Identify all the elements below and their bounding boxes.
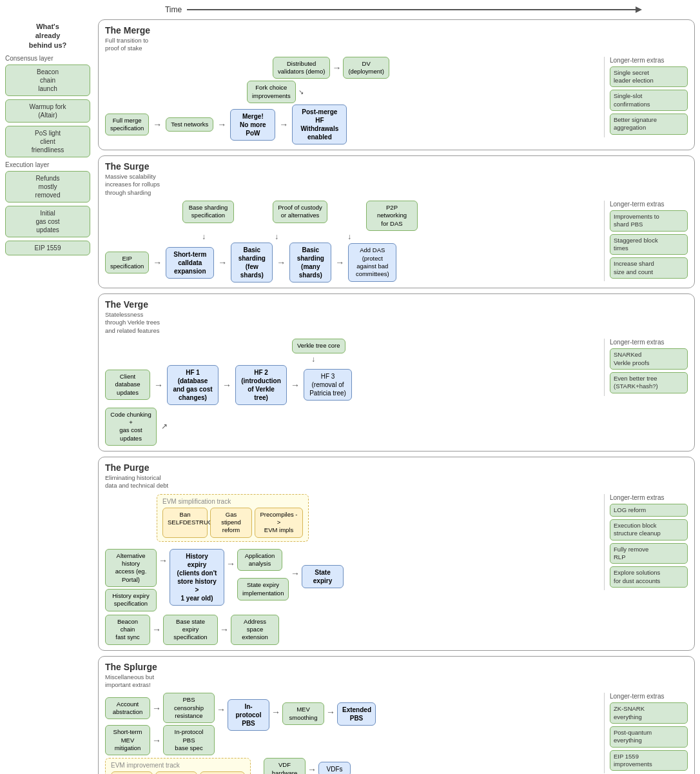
verge-code-chunking: Code chunking +gas cost updates: [105, 408, 157, 446]
splurge-extras: Longer-term extras ZK-SNARKeverything Po…: [604, 693, 688, 773]
surge-extra-3: Increase shardsize and count: [610, 257, 688, 279]
surge-extra-2: Staggered blocktimes: [610, 234, 688, 255]
splurge-pbs-censorship: PBS censorshipresistance: [163, 693, 215, 723]
surge-extras: Longer-term extras Improvements toshard …: [604, 201, 688, 281]
surge-extra-1: Improvements toshard PBS: [610, 210, 688, 232]
splurge-subtitle: Miscellaneous butimportant extras!: [105, 673, 208, 690]
sarr3: →: [277, 258, 286, 267]
merge-extra-3: Better signatureaggregation: [610, 114, 688, 135]
splurge-account-abstraction: Accountabstraction: [105, 697, 150, 720]
purge-history-expiry-spec: History expiryspecification: [105, 589, 157, 611]
consensus-layer-label: Consensus layer: [5, 55, 90, 62]
merge-fork-choice: Fork choiceimprovements: [247, 81, 296, 103]
verge-subtitle: Statelessnessthrough Verkle treesand rel…: [105, 311, 208, 335]
sidebar-eip1559: EIP 1559: [5, 241, 90, 255]
merge-merge: Merge!No morePoW: [230, 109, 275, 141]
purge-extra-4: Explore solutionsfor dust accounts: [610, 566, 688, 588]
splurge-in-protocol-pbs: In-protocolPBS: [228, 699, 269, 731]
splurge-mev-mitigation: Short-term MEVmitigation: [105, 725, 150, 755]
surge-extras-title: Longer-term extras: [610, 201, 688, 208]
surge-section: The Surge Massive scalabilityincreases f…: [98, 155, 695, 288]
verge-section: The Verge Statelessnessthrough Verkle tr…: [98, 293, 695, 452]
surge-basic-many: Basicsharding(manyshards): [289, 243, 331, 283]
splurge-title: The Splurge: [105, 662, 688, 672]
sidebar-pos-light: PoS lightclientfriendliness: [5, 126, 90, 157]
merge-post-merge: Post-mergeHFWithdrawalsenabled: [292, 104, 347, 144]
purge-state-expiry: State expiry: [302, 565, 344, 588]
merge-subtitle: Full transition toproof of stake: [105, 37, 208, 53]
verge-extra-2: Even better tree(STARK+hash?): [610, 372, 688, 393]
splurge-vdfs: VDFs: [318, 762, 351, 774]
splurge-evm-track: EVM improvement track EVM objectformat E…: [105, 758, 251, 774]
merge-extra-2: Single-slotconfirmations: [610, 90, 688, 111]
surge-title: The Surge: [105, 161, 688, 172]
arr2: →: [153, 120, 162, 129]
splurge-further-evm: Further EVMimprovements: [200, 771, 245, 774]
purge-extra-1: LOG reform: [610, 504, 688, 517]
merge-dv-deployment: DV(deployment): [343, 57, 389, 79]
merge-dist-validators: Distributedvalidators (demo): [273, 57, 330, 79]
splurge-mev-smoothing: MEV smoothing: [282, 702, 324, 725]
purge-base-state-spec: Base state expiryspecification: [163, 615, 218, 645]
purge-state-expiry-impl: State expiryimplementation: [237, 578, 289, 600]
verge-extras-title: Longer-term extras: [610, 339, 688, 346]
sarr4: →: [335, 258, 344, 267]
splurge-extra-2: Post-quantumeverything: [610, 726, 688, 748]
purge-alt-history: Alternative historyaccess (eg. Portal): [105, 549, 157, 587]
splurge-vdf-hardware: VDF hardware: [264, 758, 306, 774]
verge-hf2: HF 2(introductionof Verkletree): [235, 365, 287, 405]
purge-title: The Purge: [105, 462, 688, 473]
purge-beacon-fast-sync: Beacon chainfast sync: [105, 615, 150, 645]
varr2: →: [222, 381, 231, 390]
merge-extra-1: Single secretleader election: [610, 66, 688, 88]
splurge-extended-pbs: ExtendedPBS: [337, 702, 376, 726]
purge-app-analysis: Applicationanalysis: [237, 549, 282, 571]
surge-add-das: Add DAS(protectagainst badcommittees): [348, 243, 396, 281]
main-area: The Merge Full transition toproof of sta…: [95, 17, 700, 774]
verge-hf1: HF 1(databaseand gas costchanges): [167, 365, 219, 405]
purge-evm-track: EVM simplification track BanSELFDESTRUCT…: [157, 494, 309, 542]
merge-title: The Merge: [105, 25, 688, 35]
arr4: →: [279, 120, 288, 129]
surge-calldata: Short-termcalldataexpansion: [166, 247, 214, 279]
arrow1: →: [332, 63, 341, 72]
surge-base-sharding-spec: Base shardingspecification: [182, 201, 234, 223]
time-header: Time: [0, 0, 700, 17]
surge-subtitle: Massive scalabilityincreases for rollups…: [105, 173, 208, 197]
splurge-extra-3: EIP 1559improvements: [610, 750, 688, 771]
execution-layer-label: Execution layer: [5, 161, 90, 168]
purge-history-expiry: Historyexpiry(clients don'tstore history…: [170, 549, 224, 606]
purge-section: The Purge Eliminating historicaldata and…: [98, 457, 695, 651]
verge-extras: Longer-term extras SNARKedVerkle proofs …: [604, 339, 688, 395]
splurge-evm-track-title: EVM improvement track: [111, 762, 245, 769]
purge-subtitle: Eliminating historicaldata and technical…: [105, 474, 208, 490]
sarr2: →: [218, 258, 227, 267]
purge-evm-track-title: EVM simplification track: [162, 498, 303, 505]
splurge-evm-object: EVM objectformat: [111, 771, 153, 774]
splurge-extras-title: Longer-term extras: [610, 693, 688, 700]
merge-full-spec: Full mergespecification: [105, 114, 149, 136]
verge-extra-1: SNARKedVerkle proofs: [610, 348, 688, 370]
purge-precompiles: Precompiles ->EVM impls: [255, 508, 303, 538]
splurge-evm-bigint: EVM bigintarithmetic: [155, 771, 197, 774]
sidebar: What'salreadybehind us? Consensus layer …: [0, 17, 95, 774]
splurge-section: The Splurge Miscellaneous butimportant e…: [98, 656, 695, 774]
purge-extra-2: Execution blockstructure cleanup: [610, 519, 688, 541]
time-arrow: [187, 9, 638, 10]
varr3: →: [291, 381, 300, 390]
merge-extras-title: Longer-term extras: [610, 57, 688, 64]
time-label: Time: [165, 5, 182, 14]
purge-gas-stipend: Gas stipendreform: [210, 508, 252, 538]
merge-section: The Merge Full transition toproof of sta…: [98, 19, 695, 150]
surge-eip-spec: EIPspecification: [105, 252, 149, 274]
sidebar-warmup-fork: Warmup fork(Altair): [5, 99, 90, 123]
sarr1: →: [153, 258, 162, 267]
surge-proof-custody: Proof of custodyor alternatives: [273, 201, 327, 223]
merge-test-networks: Test networks: [166, 117, 213, 132]
arr3: →: [217, 120, 226, 129]
purge-addr-space: Address spaceextension: [231, 615, 279, 645]
merge-extras: Longer-term extras Single secretleader e…: [604, 57, 688, 137]
purge-extras-title: Longer-term extras: [610, 494, 688, 501]
purge-extras: Longer-term extras LOG reform Execution …: [604, 494, 688, 590]
verge-verkle-core: Verkle tree core: [292, 339, 345, 353]
